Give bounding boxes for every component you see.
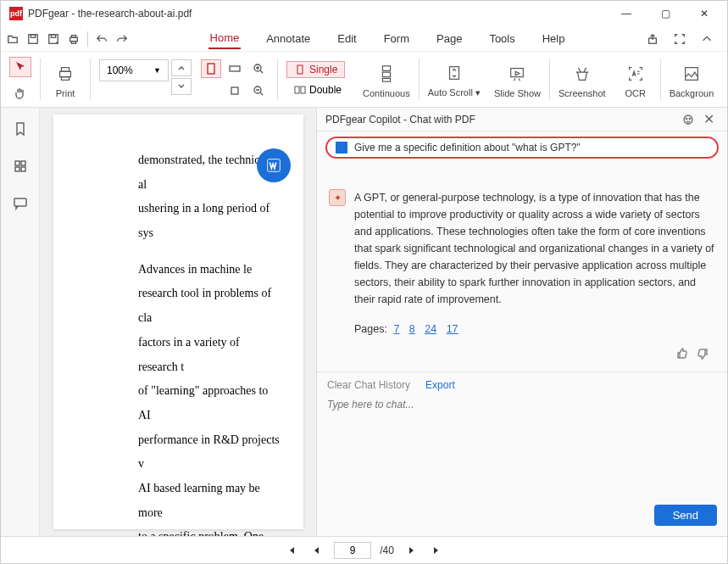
page-number-input[interactable] [334, 542, 371, 559]
page-ref-link[interactable]: 24 [425, 323, 436, 335]
copilot-assistant-icon[interactable] [678, 109, 698, 130]
page-ref-link[interactable]: 17 [447, 323, 458, 335]
open-icon[interactable] [3, 29, 23, 49]
share-icon[interactable] [642, 29, 663, 49]
continuous-label: Continuous [363, 88, 410, 98]
svg-rect-26 [21, 161, 25, 165]
svg-rect-14 [231, 87, 238, 94]
svg-rect-16 [297, 65, 303, 74]
pdf-page: demonstrated, the techniques al ushering… [53, 114, 303, 529]
feedback-row [329, 335, 715, 364]
tab-page[interactable]: Page [435, 29, 464, 48]
zoom-in-icon[interactable] [248, 59, 269, 78]
double-page-mode[interactable]: Double [286, 81, 349, 98]
prev-page-button[interactable] [308, 542, 325, 559]
tab-home[interactable]: Home [208, 28, 242, 49]
svg-rect-20 [382, 72, 390, 77]
zoom-in-stepper[interactable] [171, 59, 192, 76]
tab-form[interactable]: Form [382, 29, 411, 48]
auto-scroll-label: Auto Scroll ▾ [428, 87, 481, 98]
svg-rect-12 [230, 66, 240, 71]
thumbs-down-icon[interactable] [697, 347, 710, 364]
copilot-title: PDFgear Copilot - Chat with PDF [325, 114, 678, 126]
comments-icon[interactable] [8, 191, 33, 216]
ocr-icon[interactable] [620, 61, 652, 87]
zoom-out-stepper[interactable] [171, 78, 192, 95]
send-button[interactable]: Send [654, 505, 717, 526]
background-label: Backgroun [670, 88, 714, 98]
content-area: demonstrated, the techniques al ushering… [1, 108, 727, 536]
save-as-icon[interactable] [43, 29, 64, 49]
collapse-ribbon-icon[interactable] [697, 29, 717, 49]
document-paragraph-2: Advances in machine le research tool in … [138, 258, 280, 536]
tab-annotate[interactable]: Annotate [264, 29, 312, 48]
screenshot-label: Screenshot [559, 88, 606, 98]
fit-page-icon[interactable] [201, 59, 221, 78]
copilot-close-icon[interactable]: ✕ [698, 109, 719, 130]
page-ref-link[interactable]: 7 [393, 323, 399, 335]
tab-tools[interactable]: Tools [487, 29, 516, 48]
page-total: /40 [380, 544, 394, 556]
zoom-out-icon[interactable] [248, 81, 269, 100]
bookmarks-icon[interactable] [8, 116, 33, 142]
single-page-mode[interactable]: Single [286, 61, 345, 78]
window-title: PDFgear - the-research-about-ai.pdf [28, 8, 192, 20]
next-page-button[interactable] [403, 542, 420, 559]
close-window-button[interactable]: ✕ [685, 1, 724, 26]
background-icon[interactable] [675, 61, 708, 87]
thumbnails-icon[interactable] [8, 154, 33, 179]
svg-rect-0 [29, 34, 38, 43]
chat-input[interactable] [327, 399, 717, 410]
print-label: Print [56, 88, 75, 98]
continuous-mode-icon[interactable] [370, 61, 403, 87]
hand-tool-icon[interactable] [9, 82, 31, 103]
svg-rect-10 [61, 76, 69, 80]
maximize-button[interactable]: ▢ [646, 1, 685, 26]
svg-rect-17 [295, 87, 299, 93]
slide-show-icon[interactable] [501, 61, 533, 87]
svg-rect-8 [60, 71, 71, 76]
redo-icon[interactable] [112, 29, 132, 49]
word-export-icon[interactable] [257, 148, 291, 182]
ocr-label: OCR [625, 88, 645, 98]
copilot-answer: ✦ A GPT, or general-purpose technology, … [329, 189, 715, 308]
thumbs-up-icon[interactable] [675, 347, 688, 364]
copilot-header: PDFgear Copilot - Chat with PDF ✕ [317, 108, 727, 131]
svg-rect-6 [71, 41, 75, 43]
svg-point-32 [686, 118, 686, 119]
title-bar: pdf PDFgear - the-research-about-ai.pdf … [1, 1, 727, 26]
actual-size-icon[interactable] [225, 81, 245, 100]
clear-chat-link[interactable]: Clear Chat History [327, 379, 410, 391]
svg-rect-25 [15, 161, 19, 165]
export-chat-link[interactable]: Export [425, 379, 455, 391]
undo-icon[interactable] [92, 29, 112, 49]
side-toolbar [1, 108, 40, 536]
print-icon[interactable] [64, 29, 84, 49]
fullscreen-icon[interactable] [670, 29, 690, 49]
svg-rect-21 [382, 78, 390, 81]
copilot-footer: Clear Chat History Export Send [317, 371, 727, 536]
print-button-icon[interactable] [49, 61, 81, 87]
svg-rect-5 [71, 35, 75, 37]
quick-access-toolbar: Home Annotate Edit Form Page Tools Help [1, 26, 727, 52]
page-ref-link[interactable]: 8 [409, 323, 415, 335]
svg-rect-1 [31, 34, 35, 37]
zoom-dropdown[interactable]: 100%▼ [99, 59, 169, 81]
fit-width-icon[interactable] [225, 59, 245, 78]
user-query-text: Give me a specific definition about "wha… [354, 142, 581, 154]
svg-rect-11 [208, 64, 214, 74]
save-icon[interactable] [23, 29, 43, 49]
copilot-body: ✦ A GPT, or general-purpose technology, … [317, 164, 727, 371]
select-tool-icon[interactable] [9, 57, 31, 77]
last-page-button[interactable] [428, 542, 445, 559]
auto-scroll-icon[interactable] [438, 60, 470, 86]
first-page-button[interactable] [283, 542, 300, 559]
document-viewport[interactable]: demonstrated, the techniques al ushering… [40, 108, 316, 536]
tab-help[interactable]: Help [541, 29, 567, 48]
svg-point-33 [689, 118, 690, 119]
minimize-button[interactable]: — [607, 1, 646, 26]
tab-edit[interactable]: Edit [336, 29, 358, 48]
screenshot-icon[interactable] [566, 61, 598, 87]
slide-show-label: Slide Show [494, 88, 541, 98]
copilot-answer-text: A GPT, or general-purpose technology, is… [354, 189, 715, 308]
